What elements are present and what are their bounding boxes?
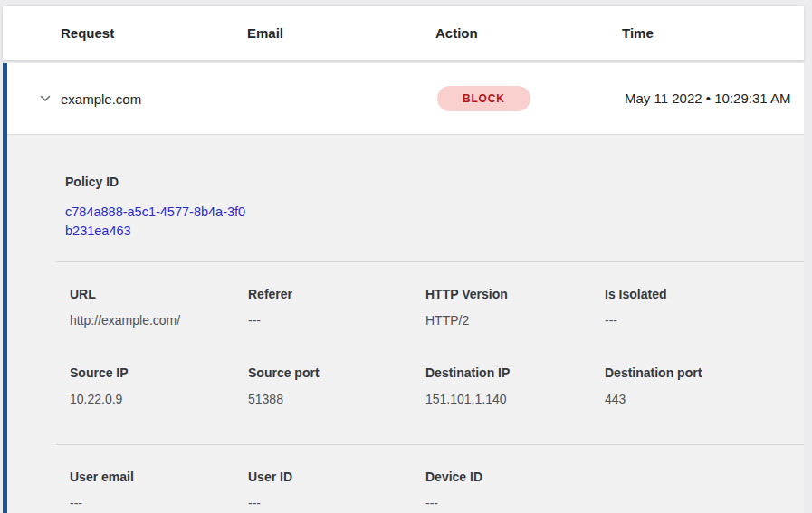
row-detail-panel: Policy ID c784a888-a5c1-4577-8b4a-3f0b23…	[7, 135, 804, 513]
field-user-email-value: ---	[70, 496, 248, 510]
field-destination-ip-value: 151.101.1.140	[425, 392, 605, 406]
field-referer-label: Referer	[248, 287, 425, 301]
user-details-grid: User email --- User ID --- Device ID ---	[7, 445, 804, 510]
request-cell: example.com	[61, 91, 247, 107]
column-header-time: Time	[622, 25, 804, 41]
policy-id-link[interactable]: c784a888-a5c1-4577-8b4a-3f0b231ea463	[65, 203, 246, 241]
field-is-isolated-value: ---	[605, 313, 804, 328]
request-details-grid: URL http://example.com/ Referer --- HTTP…	[7, 262, 804, 444]
field-destination-port-value: 443	[605, 392, 804, 406]
field-destination-ip: Destination IP 151.101.1.140	[425, 366, 605, 406]
field-source-ip-label: Source IP	[70, 366, 248, 380]
field-url-value: http://example.com/	[70, 313, 248, 328]
field-destination-port: Destination port 443	[605, 366, 804, 406]
field-destination-port-label: Destination port	[605, 366, 804, 380]
field-user-id-label: User ID	[248, 470, 425, 484]
column-header-request: Request	[61, 25, 247, 41]
field-destination-ip-label: Destination IP	[425, 366, 605, 380]
field-device-id: Device ID ---	[425, 470, 605, 510]
status-badge-block: BLOCK	[437, 86, 530, 111]
field-device-id-value: ---	[425, 496, 605, 510]
field-referer-value: ---	[248, 313, 425, 328]
field-device-id-label: Device ID	[425, 470, 605, 484]
field-source-port: Source port 51388	[248, 366, 425, 406]
field-url: URL http://example.com/	[70, 287, 248, 328]
chevron-down-icon[interactable]	[38, 91, 53, 106]
field-is-isolated: Is Isolated ---	[605, 287, 804, 328]
policy-id-block: Policy ID c784a888-a5c1-4577-8b4a-3f0b23…	[7, 135, 804, 241]
field-user-email: User email ---	[70, 470, 248, 510]
field-user-id: User ID ---	[248, 470, 425, 510]
policy-id-label: Policy ID	[65, 175, 804, 189]
action-cell: BLOCK	[435, 86, 622, 111]
field-is-isolated-label: Is Isolated	[605, 287, 804, 301]
field-user-email-label: User email	[70, 470, 248, 484]
field-http-version-value: HTTP/2	[425, 313, 605, 328]
expanded-row-group: example.com BLOCK May 11 2022 • 10:29:31…	[3, 63, 804, 513]
field-http-version: HTTP Version HTTP/2	[425, 287, 605, 328]
field-source-ip-value: 10.22.0.9	[70, 392, 248, 406]
column-header-email: Email	[247, 25, 435, 41]
log-row-example-com[interactable]: example.com BLOCK May 11 2022 • 10:29:31…	[7, 63, 804, 135]
field-empty	[605, 470, 804, 510]
column-header-action: Action	[435, 25, 622, 41]
log-table: Request Email Action Time example.com BL…	[3, 6, 804, 513]
field-user-id-value: ---	[248, 496, 425, 510]
field-referer: Referer ---	[248, 287, 425, 328]
time-cell: May 11 2022 • 10:29:31 AM	[622, 88, 803, 109]
field-source-port-value: 51388	[248, 392, 425, 406]
field-source-port-label: Source port	[248, 366, 425, 380]
field-http-version-label: HTTP Version	[425, 287, 605, 301]
field-url-label: URL	[70, 287, 248, 301]
field-source-ip: Source IP 10.22.0.9	[70, 366, 248, 406]
table-header-row: Request Email Action Time	[3, 6, 804, 60]
